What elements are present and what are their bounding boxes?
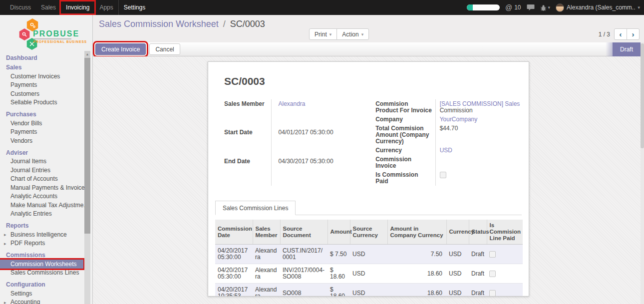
cell-paid <box>487 245 523 264</box>
column-header[interactable]: Status <box>469 220 487 245</box>
sidebar-item-payments[interactable]: Payments <box>0 128 83 137</box>
field-value-text: Commission <box>440 107 473 114</box>
checkbox-unchecked[interactable] <box>440 172 446 178</box>
sidebar-section-dashboard[interactable]: Dashboard <box>0 53 83 62</box>
field-groups: Sales MemberAlexandraStart Date04/01/201… <box>224 99 522 186</box>
topbar-menu-discuss[interactable]: Discuss <box>5 1 36 13</box>
field-row: Commission Invoice <box>375 155 522 170</box>
sidebar-item-label: Chart of Accounts <box>10 175 58 182</box>
cell-amount_company: 18.60 <box>387 264 446 284</box>
print-button[interactable]: Print ▾ <box>309 28 337 40</box>
table-row[interactable]: 04/20/2017 05:30:00AlexandraINV/2017/000… <box>215 264 523 284</box>
sidebar-item-commission-worksheets[interactable]: Commission Worksheets <box>0 260 83 269</box>
form-area: SC/0003 Sales MemberAlexandraStart Date0… <box>93 56 644 304</box>
tab-sales-commission-lines[interactable]: Sales Commission Lines <box>215 201 296 215</box>
table-row[interactable]: 04/20/2017 10:35:53AlexandraSO008$ 18.60… <box>215 284 523 297</box>
topbar-menu-sales[interactable]: Sales <box>36 1 61 13</box>
sidebar-item-accounting[interactable]: ▸Accounting <box>0 298 83 304</box>
timer-widget[interactable] <box>467 4 500 10</box>
status-badge-draft[interactable]: Draft <box>613 42 641 56</box>
sidebar-item-business-intelligence[interactable]: ▸Business Intelligence <box>0 230 83 239</box>
sidebar-item-make-manual-tax-adjustme-[interactable]: Make Manual Tax Adjustme... <box>0 201 83 210</box>
column-header[interactable]: Amount <box>327 220 350 245</box>
sidebar-section-purchases[interactable]: Purchases <box>0 109 83 119</box>
breadcrumb-parent-link[interactable]: Sales Commission Worksheet <box>99 19 219 29</box>
sidebar-item-label: Accounting <box>10 299 40 304</box>
debug-menu-button[interactable]: ▾ <box>540 4 551 11</box>
sidebar-section-reports[interactable]: Reports <box>0 221 83 230</box>
main-content: Sales Commission Worksheet / SC/0003 Pri… <box>93 15 644 304</box>
sidebar-item-vendors[interactable]: Vendors <box>0 136 83 145</box>
sidebar-item-sellable-products[interactable]: Sellable Products <box>0 98 83 107</box>
sidebar-item-sales-commissions-lines[interactable]: Sales Commissions Lines <box>0 269 83 278</box>
cell-currency: USD <box>446 264 469 284</box>
field-value <box>435 155 522 170</box>
column-header[interactable]: Amount in Company Currency <box>387 220 446 245</box>
sidebar-section-sales[interactable]: Sales <box>0 62 83 72</box>
content-scroll-thumb[interactable] <box>641 43 644 148</box>
cell-paid <box>487 284 523 297</box>
right-field-group: Commision Product For Invoice[SALES COMM… <box>375 99 522 186</box>
scroll-up-icon[interactable]: ▲ <box>84 51 90 58</box>
sidebar-scrollbar[interactable]: ▲ <box>84 51 90 304</box>
sidebar-item-label: Vendors <box>10 137 32 144</box>
field-value-link[interactable]: YourCompany <box>440 116 478 123</box>
checkbox-unchecked[interactable] <box>489 271 496 277</box>
caret-down-icon: ▾ <box>638 5 640 10</box>
pager-previous-button[interactable]: ‹ <box>614 28 627 40</box>
control-panel: Sales Commission Worksheet / SC/0003 Pri… <box>93 15 644 42</box>
table-row[interactable]: 04/20/2017 05:30:00AlexandraCUST.IN/2017… <box>215 245 523 264</box>
sidebar-section-commissions[interactable]: Commissions <box>0 250 83 260</box>
sidebar-item-manual-payments-invoice-[interactable]: Manual Payments & Invoice... <box>0 183 83 192</box>
sidebar: PROBUSE PROFESSIONAL BUSINESS DashboardS… <box>0 15 93 304</box>
column-header[interactable]: Source Document <box>280 220 327 245</box>
column-header[interactable]: Sales Member <box>253 220 280 245</box>
topbar-menu-apps[interactable]: Apps <box>94 1 118 13</box>
topbar-menu-invoicing[interactable]: Invoicing <box>61 1 94 13</box>
sidebar-item-chart-of-accounts[interactable]: Chart of Accounts <box>0 175 83 184</box>
expand-arrow-icon[interactable]: ▸ <box>4 232 6 238</box>
breadcrumb: Sales Commission Worksheet / SC/0003 <box>99 19 265 29</box>
checkbox-unchecked[interactable] <box>489 251 496 258</box>
field-value-link[interactable]: USD <box>440 147 452 154</box>
sidebar-section-configuration[interactable]: Configuration <box>0 280 83 289</box>
cell-doc: INV/2017/0004-SO008 <box>280 264 327 284</box>
sidebar-item-label: Customer Invoices <box>10 73 60 80</box>
field-row: Sales MemberAlexandra <box>224 99 364 128</box>
user-menu[interactable]: Alexandra (Sales_comm.. ▾ <box>556 3 640 12</box>
create-invoice-button[interactable]: Create Invoice <box>95 43 146 55</box>
sidebar-item-vendor-bills[interactable]: Vendor Bills <box>0 119 83 128</box>
column-header[interactable]: Commission Date <box>215 220 253 245</box>
sidebar-item-customers[interactable]: Customers <box>0 89 83 98</box>
table-body: 04/20/2017 05:30:00AlexandraCUST.IN/2017… <box>215 245 523 297</box>
expand-arrow-icon[interactable]: ▸ <box>4 241 6 247</box>
sidebar-item-analytic-accounts[interactable]: Analytic Accounts <box>0 192 83 201</box>
sidebar-item-analytic-entries[interactable]: Analytic Entries <box>0 210 83 219</box>
sidebar-item-settings[interactable]: Settings <box>0 289 83 298</box>
column-header[interactable]: Source Currency <box>350 220 387 245</box>
content-scrollbar[interactable] <box>641 42 644 304</box>
sidebar-item-customer-invoices[interactable]: Customer Invoices <box>0 72 83 81</box>
field-value-link[interactable]: [SALES COMMISSION] Sales <box>440 100 520 107</box>
action-button[interactable]: Action ▾ <box>336 28 369 40</box>
column-header[interactable]: Currency <box>446 220 469 245</box>
sidebar-scroll-thumb[interactable] <box>84 58 90 234</box>
sidebar-item-payments[interactable]: Payments <box>0 81 83 90</box>
sidebar-item-label: Sellable Products <box>10 99 57 106</box>
activities-button[interactable]: @ 10 <box>505 3 521 11</box>
sidebar-item-journal-items[interactable]: Journal Items <box>0 157 83 166</box>
timer-progress <box>467 4 473 10</box>
field-value-link[interactable]: Alexandra <box>279 100 306 107</box>
topbar-menu-settings[interactable]: Settings <box>118 0 150 15</box>
cancel-button[interactable]: Cancel <box>149 43 180 55</box>
sidebar-section-adviser[interactable]: Adviser <box>0 148 83 157</box>
sidebar-item-journal-entries[interactable]: Journal Entries <box>0 166 83 175</box>
expand-arrow-icon[interactable]: ▸ <box>4 300 6 304</box>
field-row: Total Commision Amount (Company Currency… <box>375 124 522 146</box>
checkbox-unchecked[interactable] <box>489 290 496 297</box>
pager-next-button[interactable]: › <box>627 28 640 40</box>
sidebar-item-pdf-reports[interactable]: ▸PDF Reports <box>0 239 83 248</box>
column-header[interactable]: Is Commision Line Paid <box>487 220 523 245</box>
sidebar-item-label: Payments <box>10 81 37 88</box>
messages-button[interactable] <box>527 4 535 11</box>
